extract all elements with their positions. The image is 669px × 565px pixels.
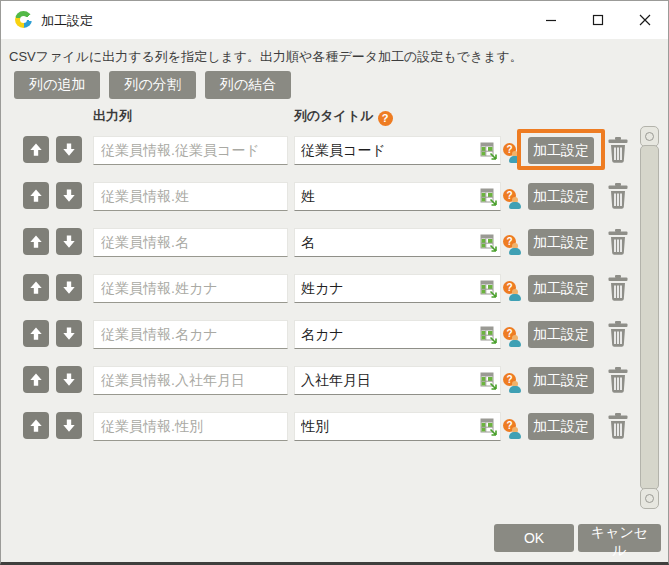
table-grid-icon	[480, 188, 497, 206]
scrollbar-thumb[interactable]	[640, 145, 659, 490]
help-question-icon[interactable]: ?	[503, 189, 521, 210]
output-column-input[interactable]	[93, 320, 288, 349]
trash-can-icon	[607, 413, 629, 439]
table-select-icon[interactable]	[480, 188, 497, 206]
move-down-button[interactable]	[56, 182, 82, 209]
process-settings-button[interactable]: 加工設定	[528, 229, 594, 256]
arrow-down-icon	[62, 142, 76, 157]
column-title-input[interactable]	[295, 367, 478, 394]
table-select-icon[interactable]	[480, 234, 497, 252]
process-settings-button[interactable]: 加工設定	[528, 413, 594, 440]
trash-icon[interactable]	[606, 183, 630, 210]
move-down-button[interactable]	[56, 136, 82, 163]
trash-icon[interactable]	[606, 413, 630, 440]
column-row: ? 加工設定	[1, 320, 669, 360]
scrollbar	[640, 126, 659, 509]
trash-icon[interactable]	[606, 275, 630, 302]
arrow-down-icon	[62, 372, 76, 387]
column-title-input[interactable]	[295, 413, 478, 440]
help-question-icon[interactable]: ?	[503, 235, 521, 256]
column-title-input[interactable]	[295, 183, 478, 210]
move-up-button[interactable]	[23, 182, 49, 209]
processing-settings-dialog: 加工設定 CSVファイルに出力する列を指定します。出力順や各種データ加工の設定も…	[0, 0, 669, 565]
column-row: ? 加工設定	[1, 136, 669, 176]
table-select-icon[interactable]	[480, 142, 497, 160]
move-down-button[interactable]	[56, 366, 82, 393]
move-down-button[interactable]	[56, 320, 82, 347]
cancel-button[interactable]: キャンセル	[578, 524, 661, 552]
ok-button[interactable]: OK	[494, 524, 574, 552]
scroll-down-button[interactable]	[640, 488, 659, 509]
title-field	[294, 320, 501, 349]
title-field	[294, 182, 501, 211]
process-settings-button[interactable]: 加工設定	[528, 275, 594, 302]
arrow-up-icon	[29, 372, 43, 387]
title-field	[294, 366, 501, 395]
table-grid-icon	[480, 418, 497, 436]
table-select-icon[interactable]	[480, 326, 497, 344]
trash-icon[interactable]	[606, 229, 630, 256]
output-column-input[interactable]	[93, 274, 288, 303]
person-body	[509, 202, 521, 209]
move-up-button[interactable]	[23, 366, 49, 393]
help-question-icon[interactable]: ?	[503, 419, 521, 440]
person-body	[509, 386, 521, 393]
move-down-button[interactable]	[56, 228, 82, 255]
table-grid-icon	[480, 372, 497, 390]
person-body	[509, 294, 521, 301]
scroll-up-icon	[645, 132, 654, 141]
process-settings-button[interactable]: 加工設定	[528, 137, 594, 164]
output-column-input[interactable]	[93, 136, 288, 165]
table-select-icon[interactable]	[480, 418, 497, 436]
person-body	[509, 156, 521, 163]
trash-can-icon	[607, 275, 629, 301]
output-column-input[interactable]	[93, 182, 288, 211]
arrow-up-icon	[29, 142, 43, 157]
output-column-input[interactable]	[93, 366, 288, 395]
title-field	[294, 136, 501, 165]
trash-icon[interactable]	[606, 367, 630, 394]
help-question-icon[interactable]: ?	[503, 143, 521, 164]
process-settings-button[interactable]: 加工設定	[528, 367, 594, 394]
column-title-input[interactable]	[295, 137, 478, 164]
scroll-up-button[interactable]	[640, 126, 659, 147]
column-title-input[interactable]	[295, 229, 478, 256]
table-grid-icon	[480, 234, 497, 252]
table-select-icon[interactable]	[480, 280, 497, 298]
move-up-button[interactable]	[23, 274, 49, 301]
column-row: ? 加工設定	[1, 182, 669, 222]
move-down-button[interactable]	[56, 274, 82, 301]
table-grid-icon	[480, 326, 497, 344]
help-question-icon[interactable]: ?	[503, 373, 521, 394]
column-row: ? 加工設定	[1, 274, 669, 314]
trash-icon[interactable]	[606, 321, 630, 348]
trash-can-icon	[607, 183, 629, 209]
scroll-down-icon	[645, 494, 654, 503]
arrow-down-icon	[62, 418, 76, 433]
column-title-input[interactable]	[295, 275, 478, 302]
trash-icon[interactable]	[606, 137, 630, 164]
arrow-up-icon	[29, 188, 43, 203]
arrow-down-icon	[62, 280, 76, 295]
table-select-icon[interactable]	[480, 372, 497, 390]
move-up-button[interactable]	[23, 228, 49, 255]
trash-can-icon	[607, 321, 629, 347]
arrow-up-icon	[29, 280, 43, 295]
process-settings-button[interactable]: 加工設定	[528, 183, 594, 210]
help-question-icon[interactable]: ?	[503, 281, 521, 302]
move-down-button[interactable]	[56, 412, 82, 439]
output-column-input[interactable]	[93, 412, 288, 441]
trash-can-icon	[607, 137, 629, 163]
help-question-icon[interactable]: ?	[503, 327, 521, 348]
move-up-button[interactable]	[23, 136, 49, 163]
trash-can-icon	[607, 367, 629, 393]
column-title-input[interactable]	[295, 321, 478, 348]
table-grid-icon	[480, 142, 497, 160]
output-column-input[interactable]	[93, 228, 288, 257]
table-grid-icon	[480, 280, 497, 298]
column-row: ? 加工設定	[1, 228, 669, 268]
move-up-button[interactable]	[23, 320, 49, 347]
title-field	[294, 274, 501, 303]
move-up-button[interactable]	[23, 412, 49, 439]
process-settings-button[interactable]: 加工設定	[528, 321, 594, 348]
